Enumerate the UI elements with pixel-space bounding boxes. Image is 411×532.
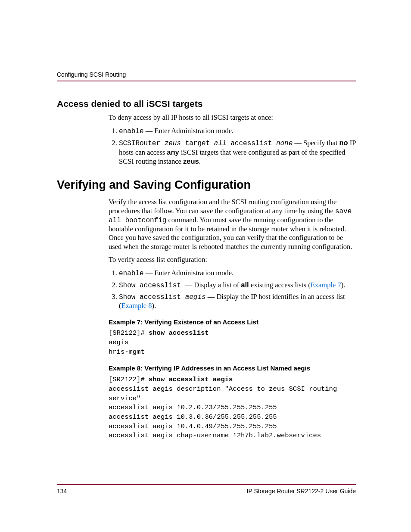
word-no: no	[339, 139, 348, 146]
link-example7[interactable]: Example 7	[311, 281, 341, 289]
section1-step2: SCSIRouter zeus target all accesslist no…	[119, 138, 356, 166]
arg-zeus: zeus	[165, 140, 181, 147]
arg-none: none	[276, 140, 293, 147]
s3-close: ).	[152, 302, 156, 310]
running-head: Configuring SCSI Routing	[57, 71, 356, 78]
example8-title: Example 8: Verifying IP Addresses in an …	[109, 364, 356, 373]
ex7-prompt: [SR2122]#	[109, 329, 149, 337]
ex8-l3: accesslist aegis 10.3.0.36/255.255.255.2…	[109, 413, 277, 421]
ex7-cmd: show accesslist	[149, 329, 209, 337]
section-heading-access-denied: Access denied to all iSCSI targets	[57, 99, 356, 109]
section1-steps: enable — Enter Administration mode. SCSI…	[109, 127, 356, 166]
doc-title: IP Storage Router SR2122-2 User Guide	[247, 488, 356, 495]
section2-step2: Show accesslist — Display a list of all …	[119, 280, 356, 290]
step1-rest: — Enter Administration mode.	[144, 127, 234, 135]
page-content: Configuring SCSI Routing Access denied t…	[0, 0, 411, 441]
ex8-cmd: show accesslist aegis	[149, 376, 233, 383]
ex8-l1: accesslist aegis description "Access to …	[109, 385, 337, 393]
link-example8[interactable]: Example 8	[121, 302, 152, 310]
cmd-scsirouter: SCSIRouter	[119, 140, 165, 147]
footer-rule	[57, 484, 356, 485]
example7-title: Example 7: Verifying Existence of an Acc…	[109, 318, 356, 327]
section1-step1: enable — Enter Administration mode.	[119, 127, 356, 136]
s1-rest: — Enter Administration mode.	[144, 269, 234, 277]
cmd-enable: enable	[119, 128, 144, 135]
word-zeus: zeus	[183, 157, 199, 165]
arg-all: all	[214, 140, 227, 147]
header-rule	[57, 81, 356, 81]
example8-code: [SR2122]# show accesslist aegis accessli…	[109, 375, 356, 441]
ex7-out1: aegis	[109, 339, 129, 346]
cmd-show-accesslist2: Show accesslist	[119, 293, 185, 301]
ex8-l2: accesslist aegis 10.2.0.23/255.255.255.2…	[109, 404, 277, 411]
cmd-show-accesslist: Show accesslist	[119, 282, 185, 289]
s2-rest1: — Display a list of	[185, 281, 241, 289]
ex8-l5: accesslist aegis chap-username 12h7b.lab…	[109, 432, 321, 439]
step2-dash: — Specify that	[293, 139, 339, 147]
word-any: any	[167, 148, 179, 156]
section1-intro: To deny access by all IP hosts to all iS…	[109, 113, 356, 122]
section2-p2: To verify access list configuration:	[109, 255, 356, 264]
cmd-enable2: enable	[119, 270, 144, 277]
section2-body: Verify the access list configuration and…	[109, 198, 356, 441]
section1-body: To deny access by all IP hosts to all iS…	[109, 113, 356, 166]
footer-row: 134 IP Storage Router SR2122-2 User Guid…	[57, 488, 356, 495]
section2-p1: Verify the access list configuration and…	[109, 198, 356, 252]
ex7-out2: hris-mgmt	[109, 348, 145, 356]
word-all: all	[241, 281, 249, 289]
s3-dash: —	[206, 292, 217, 301]
s2-close: ).	[341, 281, 346, 289]
arg-aegis: aegis	[185, 293, 206, 301]
p1a: Verify the access list configuration and…	[109, 198, 336, 215]
page-footer: 134 IP Storage Router SR2122-2 User Guid…	[57, 484, 356, 495]
ex8-l1b: service"	[109, 395, 140, 402]
section2-steps: enable — Enter Administration mode. Show…	[109, 269, 356, 311]
cmd-accesslist: accesslist	[227, 140, 276, 147]
step2-period: .	[199, 157, 201, 165]
s2-rest2: existing access lists (	[249, 281, 311, 289]
example7-code: [SR2122]# show accesslist aegis hris-mgm…	[109, 329, 356, 357]
cmd-target: target	[181, 140, 214, 147]
ex8-prompt: [SR2122]#	[109, 376, 149, 383]
section2-step3: Show accesslist aegis — Display the IP h…	[119, 292, 356, 311]
ex8-l4: accesslist aegis 10.4.0.49/255.255.255.2…	[109, 423, 277, 430]
section-heading-verifying: Verifying and Saving Configuration	[57, 178, 356, 192]
section2-step1: enable — Enter Administration mode.	[119, 269, 356, 278]
page-number: 134	[57, 488, 67, 495]
